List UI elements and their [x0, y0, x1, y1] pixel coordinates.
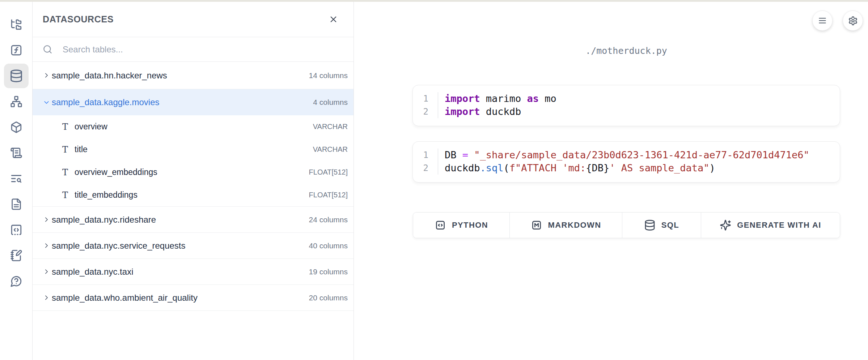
- column-name: title: [75, 145, 313, 154]
- table-row[interactable]: sample_data.who.ambient_air_quality 20 c…: [33, 285, 353, 311]
- column-type: FLOAT[512]: [309, 168, 348, 176]
- notebook-pen-icon: [4, 243, 29, 268]
- table-row[interactable]: sample_data.nyc.taxi 19 columns: [33, 259, 353, 285]
- table-row[interactable]: sample_data.hn.hacker_news 14 columns: [33, 62, 353, 89]
- table-column-count: 19 columns: [309, 267, 348, 276]
- rail-item-logs[interactable]: [0, 140, 33, 166]
- search-tables-row: [33, 37, 353, 62]
- rail-item-variables[interactable]: [0, 37, 33, 63]
- square-m-icon: [531, 219, 542, 231]
- chevron-right-icon: [43, 216, 50, 223]
- code-token: as: [527, 93, 539, 104]
- add-cell-label: SQL: [661, 220, 679, 230]
- column-type: VARCHAR: [313, 145, 348, 154]
- column-row[interactable]: T overview VARCHAR: [33, 115, 353, 138]
- code-cell[interactable]: 1 DB = "_share/sample_data/23b0d623-1361…: [412, 141, 840, 183]
- folder-tree-icon: [4, 12, 29, 37]
- sparkles-icon: [720, 219, 731, 231]
- table-row[interactable]: sample_data.nyc.rideshare 24 columns: [33, 207, 353, 233]
- menu-icon: [818, 16, 827, 25]
- code-token: DB: [445, 149, 462, 160]
- text-type-icon: T: [61, 123, 69, 131]
- text-type-icon: T: [61, 145, 69, 154]
- code-line: 2 import duckdb: [413, 105, 840, 118]
- code-token: ' AS sample_data": [609, 162, 709, 173]
- code-token: .sql: [480, 162, 504, 173]
- table-name: sample_data.nyc.taxi: [52, 267, 309, 277]
- table-column-count: 40 columns: [309, 241, 348, 250]
- code-content: import marimo as mo: [438, 92, 840, 105]
- table-name: sample_data.nyc.rideshare: [52, 215, 309, 225]
- rail-item-datasources[interactable]: [0, 63, 33, 89]
- code-line: 1 import marimo as mo: [413, 92, 840, 105]
- column-name: overview: [75, 122, 313, 132]
- table-column-count: 24 columns: [309, 215, 348, 224]
- chevron-right-icon: [43, 268, 50, 275]
- close-icon: [329, 14, 338, 24]
- chevron-down-icon: [43, 99, 50, 106]
- column-name: overview_embeddings: [75, 167, 309, 177]
- column-type: FLOAT[512]: [309, 191, 348, 199]
- table-name: sample_data.who.ambient_air_quality: [52, 293, 309, 303]
- column-name: title_embeddings: [75, 190, 309, 200]
- code-line: 1 DB = "_share/sample_data/23b0d623-1361…: [413, 149, 840, 162]
- table-column-count: 14 columns: [309, 71, 348, 80]
- text-type-icon: T: [61, 191, 69, 200]
- code-token: import: [445, 93, 480, 104]
- scroll-text-icon: [4, 141, 29, 165]
- table-column-count: 4 columns: [313, 98, 348, 107]
- column-row[interactable]: T title_embeddings FLOAT[512]: [33, 184, 353, 206]
- tables-list: sample_data.hn.hacker_news 14 columns sa…: [33, 62, 353, 311]
- datasources-panel-header: DATASOURCES: [33, 2, 353, 37]
- helper-panel-rail: [0, 2, 33, 360]
- code-content: import duckdb: [438, 105, 840, 118]
- code-content: duckdb.sql(f"ATTACH 'md:{DB}' AS sample_…: [438, 162, 840, 175]
- add-cell-label: PYTHON: [452, 220, 488, 230]
- network-icon: [4, 89, 29, 114]
- chevron-right-icon: [43, 242, 50, 249]
- settings-button[interactable]: [843, 10, 863, 31]
- rail-item-scratchpad[interactable]: [0, 243, 33, 268]
- code-token: f"ATTACH 'md:: [509, 162, 586, 173]
- line-number: 1: [413, 149, 438, 162]
- close-panel-button[interactable]: [327, 13, 340, 26]
- package-box-icon: [4, 115, 29, 140]
- table-column-count: 20 columns: [309, 293, 348, 302]
- code-cell[interactable]: 1 import marimo as mo 2 import duckdb: [412, 85, 840, 126]
- datasources-panel: DATASOURCES sample_data.hn.hacker_news 1…: [33, 2, 354, 360]
- rail-item-packages[interactable]: [0, 114, 33, 140]
- database-icon: [4, 64, 29, 88]
- rail-item-file-explorer[interactable]: [0, 12, 33, 37]
- table-columns-group: T overview VARCHAR T title VARCHAR T ove…: [33, 115, 353, 207]
- line-number: 1: [413, 92, 438, 105]
- generate-with-ai-button[interactable]: GENERATE WITH AI: [701, 213, 840, 238]
- chevron-right-icon: [43, 294, 50, 301]
- line-number: 2: [413, 162, 438, 175]
- chevron-right-icon: [43, 72, 50, 79]
- line-number: 2: [413, 105, 438, 118]
- panel-title: DATASOURCES: [43, 14, 114, 25]
- rail-item-help[interactable]: [0, 268, 33, 294]
- column-row[interactable]: T overview_embeddings FLOAT[512]: [33, 161, 353, 184]
- table-name: sample_data.nyc.service_requests: [52, 241, 309, 251]
- code-token: {DB}: [586, 162, 609, 173]
- rail-item-documentation[interactable]: [0, 191, 33, 217]
- notebook-filename[interactable]: ./motherduck.py: [412, 46, 840, 56]
- notebook-menu-button[interactable]: [812, 10, 833, 31]
- code-token: [468, 149, 474, 160]
- add-sql-cell-button[interactable]: SQL: [622, 213, 701, 238]
- rail-item-tracing[interactable]: [0, 166, 33, 191]
- rail-item-snippets[interactable]: [0, 217, 33, 243]
- code-content: DB = "_share/sample_data/23b0d623-1361-4…: [438, 149, 840, 162]
- add-python-cell-button[interactable]: PYTHON: [413, 213, 509, 238]
- table-row-selected[interactable]: sample_data.kaggle.movies 4 columns: [33, 89, 353, 115]
- help-chat-icon: [4, 269, 29, 293]
- table-row[interactable]: sample_data.nyc.service_requests 40 colu…: [33, 233, 353, 259]
- column-row[interactable]: T title VARCHAR: [33, 138, 353, 161]
- column-type: VARCHAR: [313, 123, 348, 131]
- database-icon: [644, 219, 656, 231]
- add-markdown-cell-button[interactable]: MARKDOWN: [509, 213, 622, 238]
- rail-item-dependencies[interactable]: [0, 89, 33, 114]
- gear-icon: [848, 16, 858, 26]
- search-tables-input[interactable]: [63, 44, 348, 55]
